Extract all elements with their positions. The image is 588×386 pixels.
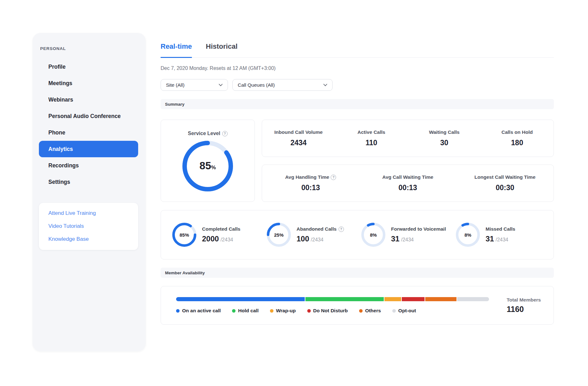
sidebar-link-video-tutorials[interactable]: Video Tutorials — [48, 220, 138, 233]
availability-legend: On an active call Hold call Wrap-up Do N… — [176, 308, 489, 314]
phone-analytics-dashboard: PERSONAL ProfileMeetingsWebinarsPersonal… — [0, 0, 588, 386]
member-availability-card: On an active call Hold call Wrap-up Do N… — [161, 286, 554, 325]
legend-do-not-disturb: Do Not Disturb — [307, 308, 348, 314]
metric-value: 180 — [481, 139, 554, 147]
bar-segment-opt-out — [457, 297, 489, 301]
tab-real-time[interactable]: Real-time — [161, 42, 192, 58]
stat-value: 31/2434 — [486, 234, 515, 243]
metric-label: Avg Handling Time? — [262, 174, 359, 180]
legend-opt-out: Opt-out — [392, 308, 416, 314]
metric-label: Avg Call Waiting Time — [359, 174, 456, 180]
service-level-donut: 85% — [182, 141, 233, 191]
stat-missed-calls: 8% Missed Calls 31/2434 — [456, 223, 550, 247]
sidebar-link-attend-live-training[interactable]: Attend Live Training — [48, 207, 138, 220]
metric-inbound-call-volume: Inbound Call Volume 2434 — [262, 129, 335, 147]
stat-label: Abandoned Calls? — [297, 226, 344, 232]
tab-bar: Real-time Historical — [161, 42, 554, 58]
sidebar: PERSONAL ProfileMeetingsWebinarsPersonal… — [33, 33, 146, 351]
bar-segment-wrap-up — [384, 297, 401, 301]
availability-stacked-bar — [176, 297, 489, 301]
bar-segment-hold-call — [305, 297, 384, 301]
member-availability-section-title: Member Availability — [165, 271, 205, 275]
metric-value: 110 — [335, 139, 408, 147]
metric-active-calls: Active Calls 110 — [335, 129, 408, 147]
sidebar-item-settings[interactable]: Settings — [39, 174, 138, 190]
call-queues-filter-dropdown[interactable]: Call Queues (All) — [232, 79, 333, 91]
service-level-card: Service Level ? 85% — [161, 120, 255, 202]
total-members-block: Total Members 1160 — [507, 297, 541, 314]
metric-avg-handling-time: Avg Handling Time? 00:13 — [262, 174, 359, 192]
availability-chart: On an active call Hold call Wrap-up Do N… — [176, 297, 489, 314]
main-content: Real-time Historical Dec 7, 2020 Monday.… — [161, 42, 554, 325]
help-icon[interactable]: ? — [339, 227, 344, 232]
legend-dot-icon — [359, 309, 363, 313]
metric-label: Inbound Call Volume — [262, 129, 335, 135]
metric-waiting-calls: Waiting Calls 30 — [408, 129, 481, 147]
sidebar-nav: ProfileMeetingsWebinarsPersonal Audio Co… — [33, 59, 146, 190]
donut-percent-label: 8% — [464, 232, 471, 238]
stat-forwarded-to-voicemail: 8% Forwarded to Voicemail 31/2434 — [361, 223, 456, 247]
bar-segment-on-an-active-call — [176, 297, 305, 301]
sidebar-link-knowledge-base[interactable]: Knowledge Base — [48, 233, 138, 246]
help-icon[interactable]: ? — [222, 131, 228, 136]
help-icon[interactable]: ? — [331, 175, 336, 180]
stat-completed-calls: 85% Completed Calls 2000/2434 — [172, 223, 267, 247]
donut-percent-label: 8% — [370, 232, 377, 238]
legend-dot-icon — [307, 309, 311, 313]
sidebar-item-phone[interactable]: Phone — [39, 124, 138, 141]
summary-section-title: Summary — [165, 102, 185, 107]
legend-others: Others — [359, 308, 381, 314]
stat-value: 31/2434 — [391, 234, 446, 243]
metric-label: Active Calls — [335, 129, 408, 135]
legend-dot-icon — [270, 309, 273, 313]
metric-label: Longest Call Waiting Time — [456, 174, 554, 180]
metrics-column: Inbound Call Volume 2434 Active Calls 11… — [262, 120, 554, 202]
metric-value: 2434 — [262, 139, 335, 147]
metric-longest-call-waiting-time: Longest Call Waiting Time 00:30 — [456, 174, 554, 192]
forwarded-to-voicemail-donut: 8% — [361, 223, 385, 247]
stat-text: Abandoned Calls? 100/2434 — [297, 226, 344, 243]
donut-percent-label: 25% — [274, 232, 284, 238]
stat-value: 100/2434 — [297, 234, 344, 243]
legend-on-an-active-call: On an active call — [176, 308, 221, 314]
metric-avg-call-waiting-time: Avg Call Waiting Time 00:13 — [359, 174, 456, 192]
stat-text: Missed Calls 31/2434 — [486, 226, 515, 243]
stat-text: Completed Calls 2000/2434 — [202, 226, 240, 243]
legend-hold-call: Hold call — [232, 308, 259, 314]
metric-value: 00:13 — [262, 184, 359, 192]
stat-value: 2000/2434 — [202, 234, 240, 243]
sidebar-section-label: PERSONAL — [40, 46, 146, 51]
sidebar-item-analytics[interactable]: Analytics — [39, 141, 138, 157]
abandoned-calls-donut: 25% — [267, 223, 291, 247]
chevron-down-icon — [323, 84, 327, 86]
tab-historical[interactable]: Historical — [206, 42, 237, 57]
bar-segment-do-not-disturb — [402, 297, 425, 301]
stat-abandoned-calls: 25% Abandoned Calls? 100/2434 — [267, 223, 361, 247]
sidebar-item-personal-audio-conference[interactable]: Personal Audio Conference — [39, 108, 138, 124]
call-queues-filter-value: Call Queues (All) — [238, 82, 275, 88]
metric-calls-on-hold: Calls on Hold 180 — [481, 129, 554, 147]
legend-dot-icon — [232, 309, 236, 313]
sidebar-item-profile[interactable]: Profile — [39, 59, 138, 75]
site-filter-value: Site (All) — [166, 82, 185, 88]
metric-value: 30 — [408, 139, 481, 147]
stat-text: Forwarded to Voicemail 31/2434 — [391, 226, 446, 243]
call-outcome-stats-card: 85% Completed Calls 2000/2434 25% Abando… — [161, 210, 554, 259]
sidebar-item-meetings[interactable]: Meetings — [39, 75, 138, 91]
legend-dot-icon — [392, 309, 396, 313]
metric-label: Waiting Calls — [408, 129, 481, 135]
donut-percent-label: 85% — [180, 232, 189, 238]
date-line: Dec 7, 2020 Monday. Resets at 12 AM (GMT… — [161, 65, 554, 71]
stat-label: Forwarded to Voicemail — [391, 226, 446, 232]
filter-bar: Site (All) Call Queues (All) — [161, 79, 554, 91]
sidebar-item-recordings[interactable]: Recordings — [39, 157, 138, 174]
total-members-value: 1160 — [507, 305, 541, 314]
metric-value: 00:30 — [456, 184, 554, 192]
member-availability-section-header: Member Availability — [161, 268, 554, 278]
site-filter-dropdown[interactable]: Site (All) — [161, 79, 228, 91]
summary-cards-row: Service Level ? 85% Inbound Call Volume … — [161, 120, 554, 202]
service-level-value: 85% — [199, 160, 216, 172]
legend-dot-icon — [176, 309, 180, 313]
total-members-label: Total Members — [507, 297, 541, 303]
sidebar-item-webinars[interactable]: Webinars — [39, 91, 138, 108]
